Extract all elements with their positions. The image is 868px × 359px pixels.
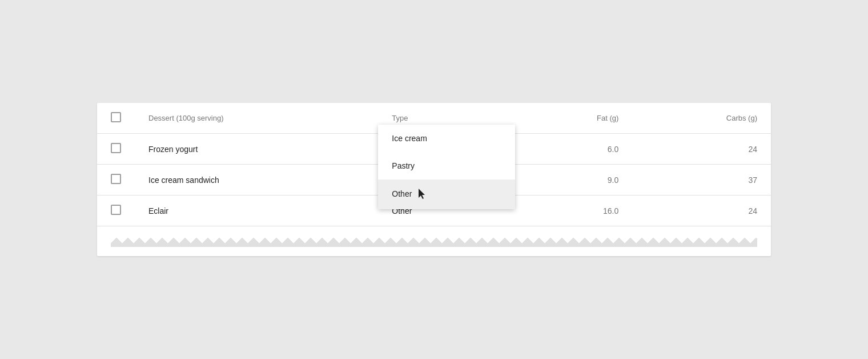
row-carbs-cell: 37 xyxy=(632,165,771,196)
dropdown-item-ice-cream[interactable]: Ice cream xyxy=(378,125,515,152)
dropdown-item-other[interactable]: Other xyxy=(378,180,515,209)
dropdown-item-pastry[interactable]: Pastry xyxy=(378,152,515,180)
zigzag-decoration xyxy=(111,236,757,247)
dropdown-option-label: Pastry xyxy=(392,161,415,170)
row-fat-cell: 16.0 xyxy=(515,196,632,226)
row-name: Frozen yogurt xyxy=(148,145,198,154)
row-checkbox-cell xyxy=(97,134,135,165)
row-carbs: 37 xyxy=(748,175,757,185)
header-type-label: Type xyxy=(392,114,408,122)
row-fat-cell: 9.0 xyxy=(515,165,632,196)
header-checkbox-cell xyxy=(97,103,135,134)
row-carbs: 24 xyxy=(748,206,757,216)
row-checkbox-cell xyxy=(97,165,135,196)
row-carbs: 24 xyxy=(748,145,757,154)
dessert-table: Dessert (100g serving) Type Fat (g) Carb… xyxy=(97,103,771,256)
row-name-cell: Ice cream sandwich xyxy=(135,165,378,196)
table-row: Frozen yogurt Ice cream Ice cream Pastry xyxy=(97,134,771,165)
zigzag-cell xyxy=(97,226,771,257)
header-dessert: Dessert (100g serving) xyxy=(135,103,378,134)
row-fat: 6.0 xyxy=(608,145,618,154)
row-carbs-cell: 24 xyxy=(632,134,771,165)
header-fat: Fat (g) xyxy=(515,103,632,134)
row-checkbox-cell xyxy=(97,196,135,226)
dropdown-menu: Ice cream Pastry Other xyxy=(378,125,515,209)
row-fat-cell: 6.0 xyxy=(515,134,632,165)
row-name: Eclair xyxy=(148,206,168,216)
row-carbs-cell: 24 xyxy=(632,196,771,226)
table-footer-decoration xyxy=(97,226,771,257)
cursor-icon xyxy=(419,189,428,200)
row-fat: 16.0 xyxy=(603,206,618,216)
row-checkbox[interactable] xyxy=(111,205,121,215)
row-type-cell[interactable]: Ice cream Ice cream Pastry Other xyxy=(378,134,515,165)
row-checkbox[interactable] xyxy=(111,174,121,184)
row-fat: 9.0 xyxy=(608,175,618,185)
row-name: Ice cream sandwich xyxy=(148,175,219,185)
header-dessert-label: Dessert (100g serving) xyxy=(148,114,224,122)
header-checkbox[interactable] xyxy=(111,112,121,122)
header-carbs-label: Carbs (g) xyxy=(726,114,757,122)
header-fat-label: Fat (g) xyxy=(597,114,618,122)
table-container: Dessert (100g serving) Type Fat (g) Carb… xyxy=(97,103,771,256)
dropdown-option-label: Other xyxy=(392,189,412,198)
header-carbs: Carbs (g) xyxy=(632,103,771,134)
dropdown-option-label: Ice cream xyxy=(392,134,427,143)
row-checkbox[interactable] xyxy=(111,143,121,153)
row-name-cell: Frozen yogurt xyxy=(135,134,378,165)
row-name-cell: Eclair xyxy=(135,196,378,226)
